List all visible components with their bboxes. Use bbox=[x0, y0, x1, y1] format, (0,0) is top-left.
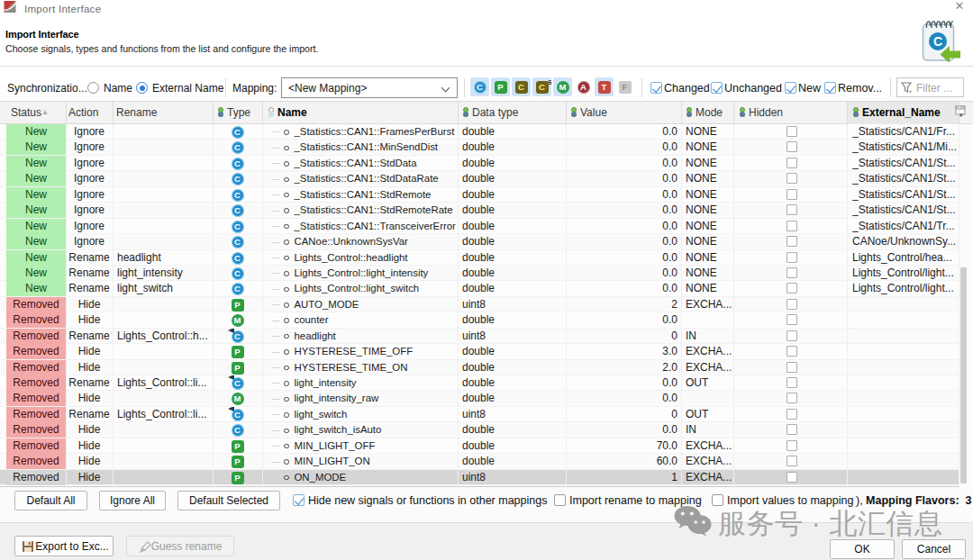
svg-text:C: C bbox=[933, 34, 942, 49]
